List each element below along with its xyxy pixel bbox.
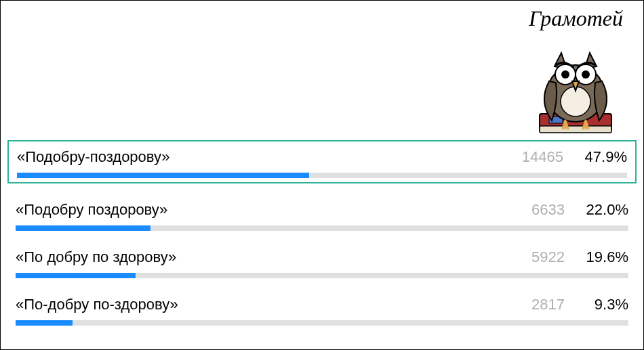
vote-percent: 9.3%	[581, 296, 628, 313]
bar-track	[16, 273, 628, 278]
poll-row-header: «Подобру поздорову» 6633 22.0%	[16, 201, 628, 219]
poll-option-4[interactable]: «По-добру по-здорову» 2817 9.3%	[7, 289, 637, 326]
bar-track	[16, 320, 628, 326]
option-label: «По-добру по-здорову»	[16, 296, 524, 313]
bar-track	[17, 173, 627, 178]
poll-row-header: «Подобру-поздорову» 14465 47.9%	[17, 148, 627, 166]
vote-count: 2817	[524, 296, 565, 313]
option-label: «Подобру поздорову»	[16, 201, 524, 219]
poll-option-2[interactable]: «Подобру поздорову» 6633 22.0%	[7, 194, 637, 231]
poll-option-1[interactable]: «Подобру-поздорову» 14465 47.9%	[7, 140, 637, 183]
poll-list: «Подобру-поздорову» 14465 47.9% «Подобру…	[7, 140, 637, 336]
poll-row-header: «По-добру по-здорову» 2817 9.3%	[16, 296, 628, 313]
brand-block: Грамотей	[529, 6, 623, 135]
owl-icon	[531, 34, 620, 135]
vote-percent: 19.6%	[581, 248, 628, 266]
bar-fill	[16, 273, 136, 278]
vote-count: 14465	[522, 148, 563, 166]
bar-fill	[17, 173, 309, 178]
brand-title: Грамотей	[529, 6, 623, 31]
poll-option-3[interactable]: «По добру по здорову» 5922 19.6%	[7, 242, 637, 278]
bar-fill	[16, 320, 73, 326]
option-label: «По добру по здорову»	[16, 248, 524, 266]
vote-percent: 22.0%	[581, 201, 628, 219]
svg-point-7	[561, 70, 569, 79]
svg-rect-1	[540, 126, 611, 133]
poll-row-header: «По добру по здорову» 5922 19.6%	[16, 248, 628, 266]
vote-count: 5922	[524, 248, 565, 266]
svg-point-8	[582, 70, 590, 79]
option-label: «Подобру-поздорову»	[17, 148, 522, 166]
vote-count: 6633	[524, 201, 565, 219]
vote-percent: 47.9%	[580, 148, 627, 166]
bar-fill	[16, 225, 150, 231]
bar-track	[16, 225, 628, 231]
